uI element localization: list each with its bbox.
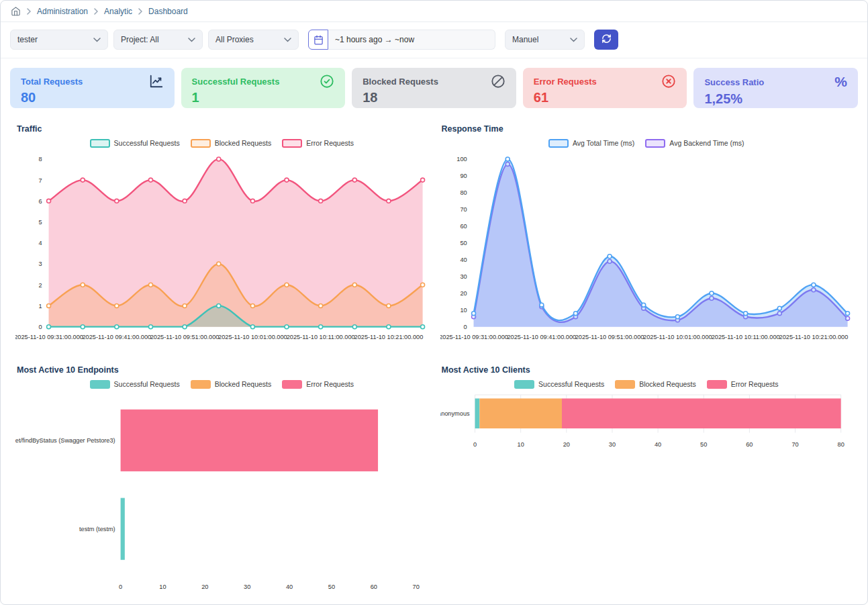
svg-text:30: 30 <box>244 584 250 591</box>
svg-text:4: 4 <box>39 240 42 246</box>
card-value: 18 <box>363 90 505 105</box>
proxy-select[interactable]: All Proxies <box>208 30 299 50</box>
breadcrumb-item-analytic[interactable]: Analytic <box>104 7 132 16</box>
legend-label: Blocked Requests <box>215 139 272 147</box>
svg-text:70: 70 <box>460 206 467 213</box>
svg-text:2025-11-10 09:31:00.000: 2025-11-10 09:31:00.000 <box>15 334 83 340</box>
legend-label: Error Requests <box>731 380 779 388</box>
legend-swatch-icon <box>615 380 635 389</box>
legend-item[interactable]: Blocked Requests <box>191 139 272 148</box>
legend-item[interactable]: Blocked Requests <box>615 380 696 389</box>
chart-title: Traffic <box>17 124 428 134</box>
legend-swatch-icon <box>282 380 302 389</box>
card-label: Success Ratio <box>704 77 764 87</box>
x-circle-icon <box>661 74 676 89</box>
svg-text:50: 50 <box>328 584 335 591</box>
legend-label: Successful Requests <box>114 380 180 388</box>
check-circle-icon <box>320 74 334 89</box>
endpoints-chart[interactable]: 010203040506070/pet/findByStatus (Swagge… <box>15 392 428 593</box>
date-range-value: ~1 hours ago → ~now <box>335 35 414 44</box>
traffic-chart[interactable]: 0123456782025-11-10 09:31:00.0002025-11-… <box>15 151 428 345</box>
chart-legend: Successful RequestsBlocked RequestsError… <box>15 377 428 391</box>
refresh-button[interactable] <box>594 30 618 50</box>
svg-text:10: 10 <box>159 584 166 591</box>
breadcrumb-item-dashboard[interactable]: Dashboard <box>148 7 188 16</box>
chevron-right-icon <box>94 8 98 15</box>
legend-item[interactable]: Avg Total Time (ms) <box>548 139 634 148</box>
chart-legend: Successful RequestsBlocked RequestsError… <box>440 377 853 391</box>
chevron-down-icon <box>284 35 291 44</box>
legend-swatch-icon <box>191 139 211 148</box>
legend-item[interactable]: Error Requests <box>707 380 779 389</box>
project-select-value: Project: All <box>121 35 159 44</box>
legend-swatch-icon <box>645 139 665 148</box>
response-time-chart[interactable]: 01020304050607080901002025-11-10 09:31:0… <box>440 151 853 345</box>
refresh-mode-select[interactable]: Manuel <box>505 30 585 50</box>
breadcrumb-item-administration[interactable]: Administration <box>37 7 88 16</box>
svg-text:5: 5 <box>39 219 42 226</box>
clients-chart[interactable]: 01020304050607080anonymous <box>440 392 853 451</box>
legend-item[interactable]: Error Requests <box>282 139 354 148</box>
legend-label: Blocked Requests <box>215 380 272 388</box>
svg-text:80: 80 <box>460 189 467 196</box>
card-value: 1 <box>192 90 335 105</box>
card-label: Total Requests <box>21 77 83 87</box>
legend-label: Avg Backend Time (ms) <box>669 139 744 147</box>
svg-text:2025-11-10 10:01:00.000: 2025-11-10 10:01:00.000 <box>218 334 287 340</box>
svg-text:anonymous: anonymous <box>440 411 470 418</box>
svg-text:70: 70 <box>413 584 420 591</box>
svg-text:6: 6 <box>39 198 42 205</box>
legend-label: Successful Requests <box>538 380 604 388</box>
legend-item[interactable]: Successful Requests <box>514 380 604 389</box>
charts-grid: Traffic Successful RequestsBlocked Reque… <box>1 108 867 594</box>
legend-item[interactable]: Successful Requests <box>90 139 180 148</box>
svg-text:8: 8 <box>39 156 42 162</box>
svg-text:40: 40 <box>654 442 661 449</box>
legend-item[interactable]: Avg Backend Time (ms) <box>645 139 744 148</box>
response-time-chart-panel: Response Time Avg Total Time (ms)Avg Bac… <box>440 124 853 345</box>
legend-label: Successful Requests <box>114 139 180 147</box>
card-successful-requests: Successful Requests 1 <box>181 68 346 108</box>
card-blocked-requests: Blocked Requests 18 <box>352 68 516 108</box>
chart-title: Response Time <box>442 124 853 134</box>
breadcrumb: Administration Analytic Dashboard <box>1 1 867 22</box>
svg-text:2025-11-10 09:31:00.000: 2025-11-10 09:31:00.000 <box>440 334 508 340</box>
percent-icon: % <box>834 74 847 90</box>
svg-text:2025-11-10 10:11:00.000: 2025-11-10 10:11:00.000 <box>711 334 779 340</box>
legend-item[interactable]: Error Requests <box>282 380 354 389</box>
user-select-value: tester <box>17 35 38 44</box>
legend-swatch-icon <box>514 380 534 389</box>
date-range-input[interactable]: ~1 hours ago → ~now <box>328 30 495 50</box>
chart-title: Most Active 10 Endpoints <box>17 365 428 375</box>
legend-item[interactable]: Blocked Requests <box>191 380 272 389</box>
chevron-down-icon <box>188 35 195 44</box>
legend-item[interactable]: Successful Requests <box>90 380 180 389</box>
svg-text:2025-11-10 09:41:00.000: 2025-11-10 09:41:00.000 <box>82 334 151 340</box>
svg-text:60: 60 <box>460 223 467 230</box>
svg-text:100: 100 <box>456 156 467 162</box>
svg-text:30: 30 <box>608 442 615 449</box>
chart-title: Most Active 10 Clients <box>442 365 853 375</box>
card-value: 1,25% <box>704 91 847 107</box>
chevron-right-icon <box>138 8 142 15</box>
svg-text:80: 80 <box>837 442 844 449</box>
traffic-chart-panel: Traffic Successful RequestsBlocked Reque… <box>15 124 428 345</box>
svg-text:2: 2 <box>39 282 42 289</box>
card-value: 61 <box>534 90 677 105</box>
svg-text:50: 50 <box>460 240 467 246</box>
legend-swatch-icon <box>90 139 110 148</box>
calendar-icon[interactable] <box>308 30 328 50</box>
project-select[interactable]: Project: All <box>113 30 203 50</box>
legend-label: Error Requests <box>306 380 354 388</box>
card-label: Successful Requests <box>192 77 280 87</box>
home-icon[interactable] <box>11 6 21 16</box>
svg-text:90: 90 <box>460 173 467 179</box>
svg-text:2025-11-10 10:21:00.000: 2025-11-10 10:21:00.000 <box>779 334 848 340</box>
svg-text:2025-11-10 10:21:00.000: 2025-11-10 10:21:00.000 <box>354 334 424 340</box>
dashboard-page: Administration Analytic Dashboard tester… <box>0 0 868 605</box>
legend-swatch-icon <box>548 139 569 148</box>
user-select[interactable]: tester <box>10 30 108 50</box>
legend-swatch-icon <box>90 380 110 389</box>
legend-label: Blocked Requests <box>639 380 696 388</box>
chevron-down-icon <box>93 35 101 44</box>
